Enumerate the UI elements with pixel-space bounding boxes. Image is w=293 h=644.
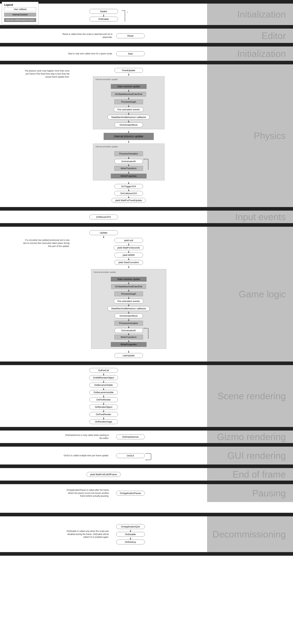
physics-label-text: Physics xyxy=(254,130,286,141)
legend-internal-function: Internal function xyxy=(4,13,36,17)
divider-decom-top xyxy=(0,513,293,516)
node-on-state-machine-1: OnStateMachineEnter/Exit xyxy=(111,92,146,96)
input-label-text: Input events xyxy=(235,212,286,222)
init1-label: Initialization xyxy=(207,4,293,25)
node-start: Start xyxy=(116,51,145,56)
init2-label-text: Initialization xyxy=(237,48,286,59)
section-eof: yield WaitForEndOfFrame End of frame xyxy=(0,468,293,480)
node-on-animator-move-1: OnAnimatorMove xyxy=(114,122,143,127)
gizmo-annotation: OnDrawGizmos is only called while workin… xyxy=(63,434,113,440)
legend-title: Legend xyxy=(4,4,36,6)
divider-init2-top xyxy=(0,43,293,46)
node-on-pre-render: OnPreRender xyxy=(89,397,118,402)
init2-content: Start is only ever called once for a giv… xyxy=(0,46,207,61)
node-yield-fixed: yield WaitForFixedUpdate xyxy=(112,198,146,203)
pausing-annotation: OnApplicationPause is called after the f… xyxy=(63,489,113,498)
section-pausing: OnApplicationPause is called after the f… xyxy=(0,484,293,502)
section-gamelogic: Update If a coroutine has yielded previo… xyxy=(0,227,293,362)
gizmo-content: OnDrawGizmos is only called while workin… xyxy=(0,430,207,443)
node-fire-anim-events-gl: Fire animation events xyxy=(114,299,143,304)
legend: Legend User callback Internal function I… xyxy=(2,2,39,24)
internal-anim-label-1: Internal animation update xyxy=(96,78,162,80)
node-state-machine-behaviour-gl: StateMachineBehaviour callbacks xyxy=(107,306,150,311)
node-state-machine-gl: State machine update xyxy=(111,277,147,282)
section-gizmo: OnDrawGizmos is only called while workin… xyxy=(0,430,293,443)
node-awake: Awake xyxy=(89,9,118,14)
divider-gamelogic-top xyxy=(0,223,293,227)
gamelogic-content: Update If a coroutine has yielded previo… xyxy=(0,227,207,362)
node-write-transform-1: WriteTransform xyxy=(114,166,143,171)
legend-user-callback: User callback xyxy=(4,7,36,11)
node-on-mouse: OnMouseXXX xyxy=(89,214,118,219)
node-write-properties-gl: WriteProperties xyxy=(111,342,147,347)
gui-content: OnGUI is called multiple time per frame … xyxy=(0,446,207,464)
internal-anim-label-2: Internal animation update xyxy=(96,146,162,148)
divider-scene-top xyxy=(0,362,293,365)
scene-content: OnPreCull OnWillRenderObject OnBecameVis… xyxy=(0,365,207,427)
divider-eof-top xyxy=(0,464,293,468)
node-update: Update xyxy=(89,230,118,235)
node-process-graph-gl: ProcessGraph xyxy=(114,292,143,296)
gamelogic-label-text: Game logic xyxy=(239,289,286,300)
gizmo-label-text: Gizmo rendering xyxy=(217,432,286,442)
node-on-draw-gizmos: OnDrawGizmos xyxy=(116,434,145,439)
node-on-app-pause: OnApplicationPause xyxy=(116,491,145,496)
divider-physics-top xyxy=(0,61,293,64)
node-on-animator-ik-1: OnAnimatorIK xyxy=(114,159,143,164)
editor-label: Editor xyxy=(207,28,293,43)
section-gui: OnGUI is called multiple time per frame … xyxy=(0,446,293,464)
node-on-render-image: OnRenderImage xyxy=(89,419,118,424)
divider-init1-top xyxy=(0,0,293,4)
decom-label: Decommissioning xyxy=(207,516,293,552)
gizmo-label: Gizmo rendering xyxy=(207,430,293,443)
pausing-label-text: Pausing xyxy=(252,488,286,498)
internal-anim-update-1: Internal animation update State machine … xyxy=(93,76,164,129)
node-yield-eof: yield WaitForEndOfFrame xyxy=(87,472,121,477)
node-internal-physics-update: Internal physics update xyxy=(104,133,154,140)
editor-content: Reset is called when the script is attac… xyxy=(0,28,207,43)
node-on-state-machine-gl: OnStateMachineEnter/Exit xyxy=(111,284,146,289)
internal-anim-update-2: Internal animation update ProcessAnimati… xyxy=(93,144,164,180)
node-process-animation-gl: ProcessAnimation xyxy=(114,321,143,326)
physics-annotation: The physics cycle may happen more than o… xyxy=(23,68,73,78)
divider-gui-top xyxy=(0,443,293,446)
node-on-pre-cull: OnPreCull xyxy=(89,368,118,373)
divider-editor-top xyxy=(0,25,293,28)
node-on-app-quit: OnApplicationQuit xyxy=(116,524,145,529)
init2-annotation: Start is only ever called once for a giv… xyxy=(63,52,113,55)
internal-anim-update-gl: Internal animation update State machine … xyxy=(91,269,166,349)
input-label: Input events xyxy=(207,210,293,223)
node-on-trigger: OnTriggerXXX xyxy=(114,184,143,189)
scene-label-text: Scene rendering xyxy=(217,391,286,402)
eof-label: End of frame xyxy=(207,468,293,480)
node-on-animator-move-gl: OnAnimatorMove xyxy=(114,314,143,318)
divider-input-top xyxy=(0,207,293,210)
section-input: OnMouseXXX Input events xyxy=(0,210,293,223)
gamelogic-annotation: If a coroutine has yielded previously bu… xyxy=(23,238,73,248)
node-fire-anim-events-1: Fire animation events xyxy=(114,107,143,112)
node-process-animation-1: ProcessAnimation xyxy=(114,151,143,156)
section-scene: OnPreCull OnWillRenderObject OnBecameVis… xyxy=(0,365,293,427)
scene-label: Scene rendering xyxy=(207,365,293,427)
pausing-content: OnApplicationPause is called after the f… xyxy=(0,484,207,502)
node-write-transform-gl: WriteTransform xyxy=(114,335,143,340)
node-process-graph-1: ProcessGraph xyxy=(114,100,143,104)
section-editor: Reset is called when the script is attac… xyxy=(0,28,293,43)
node-onenable-1: OnEnable xyxy=(89,17,118,22)
node-on-destroy: OnDestroy xyxy=(116,540,145,544)
node-on-gui: OnGUI xyxy=(116,453,145,458)
node-yield-start-coroutine: yield StartCoroutine xyxy=(114,260,143,265)
section-physics: The physics cycle may happen more than o… xyxy=(0,64,293,207)
gui-label: GUI rendering xyxy=(207,446,293,464)
decom-label-text: Decommissioning xyxy=(212,529,286,540)
spacer-decom xyxy=(0,502,293,513)
section-initialization2: Start is only ever called once for a giv… xyxy=(0,46,293,61)
node-state-machine-behaviour-1: StateMachineBehaviour callbacks xyxy=(107,115,150,120)
divider-gizmo-top xyxy=(0,427,293,430)
node-yield-wait-seconds: yield WaitForSeconds xyxy=(114,245,144,250)
node-yield-null: yield null xyxy=(114,238,143,243)
input-content: OnMouseXXX xyxy=(0,210,207,223)
node-on-disable: OnDisable xyxy=(116,532,145,537)
gamelogic-label: Game logic xyxy=(207,227,293,362)
node-on-animator-ik-gl: OnAnimatorIK xyxy=(114,328,143,333)
